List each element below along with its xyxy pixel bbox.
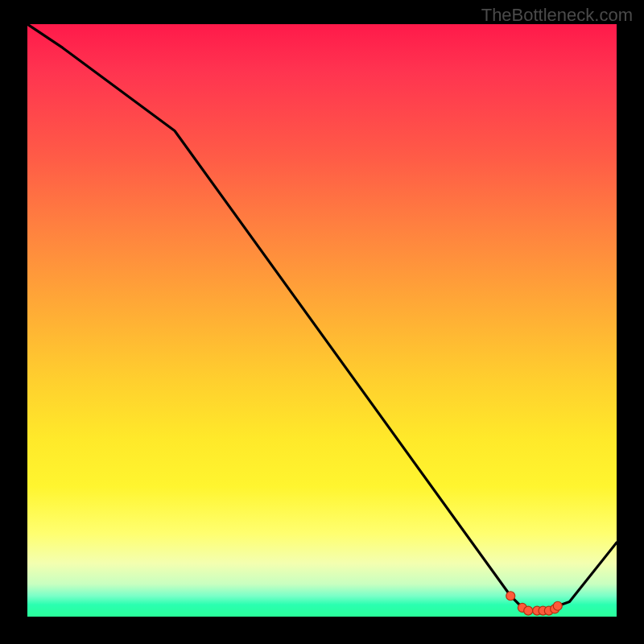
chart-overlay [27, 24, 617, 617]
data-marker [553, 601, 562, 610]
data-marker [506, 592, 515, 601]
watermark-text: TheBottleneck.com [481, 5, 633, 26]
chart-plot-area [27, 24, 617, 617]
data-marker [524, 606, 533, 615]
data-markers [506, 592, 563, 615]
data-line [27, 24, 617, 611]
